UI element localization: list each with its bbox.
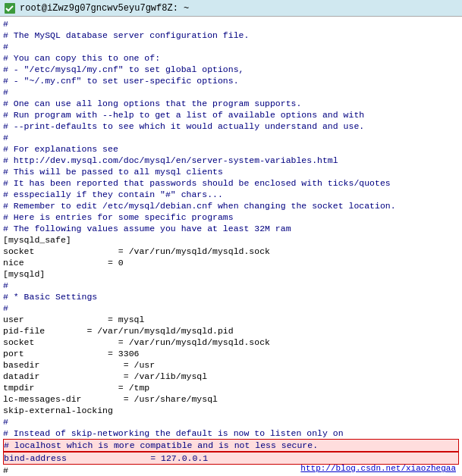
code-line-17: # esspecially if they contain "#" chars.…: [3, 189, 459, 200]
code-block: ## The MySQL database server configurati…: [3, 18, 459, 476]
code-line-42: # localhost which is more compatible and…: [3, 439, 459, 452]
code-line-15: # This will be passed to all mysql clien…: [3, 166, 459, 177]
code-line-41: # Instead of skip-networking the default…: [3, 427, 459, 439]
code-line-18: # Remember to edit /etc/mysql/debian.cnf…: [3, 200, 459, 211]
code-line-29: # * Basic Settings: [3, 291, 459, 302]
code-line-30: #: [3, 302, 459, 314]
code-line-37: tmpdir = /tmp: [3, 382, 459, 393]
code-line-33: socket = /var/run/mysqld/mysqld.sock: [3, 337, 459, 348]
code-line-21: # The following values assume you have a…: [3, 223, 459, 234]
code-line-2: # The MySQL database server configuratio…: [3, 30, 459, 41]
code-line-25: nice = 0: [3, 257, 459, 268]
title-bar: root@iZwz9g07gncwv5eyu7gwf8Z: ~: [0, 0, 462, 17]
terminal-icon: [5, 3, 15, 14]
code-line-7: #: [3, 86, 459, 98]
code-line-1: #: [3, 18, 459, 30]
code-line-32: pid-file = /var/run/mysqld/mysqld.pid: [3, 325, 459, 337]
code-line-34: port = 3306: [3, 348, 459, 359]
code-line-5: # - "/etc/mysql/my.cnf" to set global op…: [3, 64, 459, 75]
code-line-23: [mysqld_safe]: [3, 234, 459, 246]
code-line-39: skip-external-locking: [3, 405, 459, 416]
code-line-38: lc-messages-dir = /usr/share/mysql: [3, 393, 459, 405]
code-line-4: # You can copy this to one of:: [3, 52, 459, 64]
code-line-43: bind-address = 127.0.0.1: [3, 452, 459, 465]
code-line-36: datadir = /var/lib/mysql: [3, 371, 459, 382]
code-line-28: #: [3, 280, 459, 291]
terminal-content: ## The MySQL database server configurati…: [0, 17, 462, 476]
code-line-20: # Here is entries for some specific prog…: [3, 211, 459, 223]
code-line-13: # http://dev.mysql.com/doc/mysql/en/serv…: [3, 155, 459, 166]
code-line-35: basedir = /usr: [3, 359, 459, 371]
title-bar-text: root@iZwz9g07gncwv5eyu7gwf8Z: ~: [20, 3, 189, 14]
code-line-3: #: [3, 41, 459, 52]
code-line-27: [mysqld]: [3, 268, 459, 280]
code-line-24: socket = /var/run/mysqld/mysqld.sock: [3, 246, 459, 257]
code-line-6: # - "~/.my.cnf" to set user-specific opt…: [3, 75, 459, 86]
code-line-12: # For explanations see: [3, 143, 459, 155]
code-line-10: # --print-defaults to see which it would…: [3, 121, 459, 132]
code-line-31: user = mysql: [3, 314, 459, 325]
code-line-8: # One can use all long options that the …: [3, 98, 459, 109]
code-line-11: #: [3, 132, 459, 143]
code-line-9: # Run program with --help to get a list …: [3, 109, 459, 121]
code-line-40: #: [3, 416, 459, 427]
code-line-16: # It has been reported that passwords sh…: [3, 177, 459, 189]
terminal-window: root@iZwz9g07gncwv5eyu7gwf8Z: ~ ## The M…: [0, 0, 462, 476]
bottom-link[interactable]: http://blog.csdn.net/xiaozhegaa: [300, 464, 456, 473]
